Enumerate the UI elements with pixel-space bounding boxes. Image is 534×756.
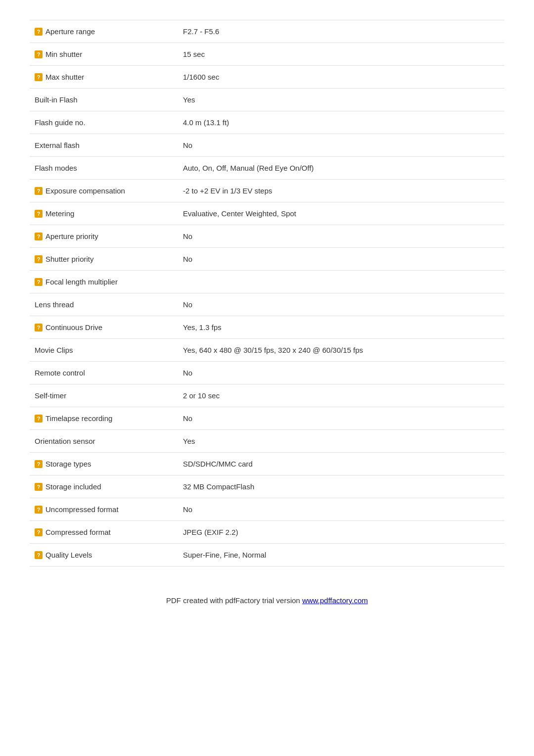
label-cell: ?Max shutter	[30, 66, 178, 89]
table-row: Built-in FlashYes	[30, 89, 504, 111]
value-cell: No	[178, 134, 504, 157]
table-row: ?Uncompressed formatNo	[30, 498, 504, 521]
label-cell: Orientation sensor	[30, 430, 178, 453]
help-icon: ?	[35, 50, 43, 58]
label-cell: Flash modes	[30, 157, 178, 180]
table-row: Orientation sensorYes	[30, 430, 504, 453]
row-label: Storage types	[45, 460, 91, 468]
table-row: External flashNo	[30, 134, 504, 157]
help-icon: ?	[35, 73, 43, 81]
specs-table: ?Aperture rangeF2.7 - F5.6?Min shutter15…	[30, 20, 504, 567]
label-cell: ?Shutter priority	[30, 248, 178, 271]
table-row: ?Quality LevelsSuper-Fine, Fine, Normal	[30, 544, 504, 567]
row-label: Focal length multiplier	[45, 278, 118, 286]
value-cell: 4.0 m (13.1 ft)	[178, 111, 504, 134]
label-cell: ?Continuous Drive	[30, 316, 178, 339]
table-row: ?Storage typesSD/SDHC/MMC card	[30, 453, 504, 475]
value-cell: Yes, 640 x 480 @ 30/15 fps, 320 x 240 @ …	[178, 339, 504, 362]
label-cell: Self-timer	[30, 384, 178, 407]
value-cell: No	[178, 498, 504, 521]
value-cell: No	[178, 362, 504, 384]
value-cell: Evaluative, Center Weighted, Spot	[178, 202, 504, 225]
row-label: Storage included	[45, 482, 101, 491]
table-row: Movie ClipsYes, 640 x 480 @ 30/15 fps, 3…	[30, 339, 504, 362]
label-cell: Flash guide no.	[30, 111, 178, 134]
value-cell: Yes	[178, 430, 504, 453]
help-icon: ?	[35, 324, 43, 331]
value-cell: -2 to +2 EV in 1/3 EV steps	[178, 180, 504, 202]
row-label: Min shutter	[45, 50, 82, 58]
help-icon: ?	[35, 233, 43, 240]
label-cell: ?Min shutter	[30, 43, 178, 66]
row-label: Compressed format	[45, 528, 111, 536]
table-row: ?Focal length multiplier	[30, 271, 504, 293]
value-cell	[178, 271, 504, 293]
label-cell: Remote control	[30, 362, 178, 384]
row-label: Exposure compensation	[45, 187, 125, 195]
row-label: Aperture priority	[45, 232, 98, 240]
row-label: Max shutter	[45, 73, 84, 81]
table-row: ?Aperture priorityNo	[30, 225, 504, 248]
table-row: ?Continuous DriveYes, 1.3 fps	[30, 316, 504, 339]
row-label: Shutter priority	[45, 255, 94, 263]
value-cell: Auto, On, Off, Manual (Red Eye On/Off)	[178, 157, 504, 180]
table-row: ?Timelapse recordingNo	[30, 407, 504, 430]
row-label: Continuous Drive	[45, 323, 102, 331]
table-row: ?MeteringEvaluative, Center Weighted, Sp…	[30, 202, 504, 225]
help-icon: ?	[35, 551, 43, 559]
table-row: ?Compressed formatJPEG (EXIF 2.2)	[30, 521, 504, 544]
help-icon: ?	[35, 28, 43, 36]
help-icon: ?	[35, 506, 43, 514]
table-row: Self-timer2 or 10 sec	[30, 384, 504, 407]
label-cell: ?Compressed format	[30, 521, 178, 544]
value-cell: 1/1600 sec	[178, 66, 504, 89]
value-cell: 15 sec	[178, 43, 504, 66]
help-icon: ?	[35, 278, 43, 286]
label-cell: Lens thread	[30, 293, 178, 316]
value-cell: No	[178, 293, 504, 316]
label-cell: ?Exposure compensation	[30, 180, 178, 202]
help-icon: ?	[35, 210, 43, 218]
label-cell: ?Metering	[30, 202, 178, 225]
value-cell: 2 or 10 sec	[178, 384, 504, 407]
value-cell: Yes	[178, 89, 504, 111]
table-row: ?Shutter priorityNo	[30, 248, 504, 271]
help-icon: ?	[35, 415, 43, 423]
table-row: ?Min shutter15 sec	[30, 43, 504, 66]
table-row: ?Aperture rangeF2.7 - F5.6	[30, 20, 504, 43]
label-cell: ?Storage included	[30, 475, 178, 498]
table-row: ?Storage included32 MB CompactFlash	[30, 475, 504, 498]
label-cell: ?Uncompressed format	[30, 498, 178, 521]
label-cell: ?Aperture priority	[30, 225, 178, 248]
value-cell: No	[178, 248, 504, 271]
help-icon: ?	[35, 483, 43, 491]
table-row: Lens threadNo	[30, 293, 504, 316]
table-row: ?Max shutter1/1600 sec	[30, 66, 504, 89]
label-cell: External flash	[30, 134, 178, 157]
table-row: Remote controlNo	[30, 362, 504, 384]
label-cell: ?Focal length multiplier	[30, 271, 178, 293]
table-row: Flash modesAuto, On, Off, Manual (Red Ey…	[30, 157, 504, 180]
value-cell: 32 MB CompactFlash	[178, 475, 504, 498]
footer-text: PDF created with pdfFactory trial versio…	[166, 596, 302, 605]
label-cell: ?Aperture range	[30, 20, 178, 43]
help-icon: ?	[35, 460, 43, 468]
label-cell: Movie Clips	[30, 339, 178, 362]
table-row: ?Exposure compensation-2 to +2 EV in 1/3…	[30, 180, 504, 202]
row-label: Quality Levels	[45, 551, 92, 559]
label-cell: ?Quality Levels	[30, 544, 178, 567]
value-cell: No	[178, 407, 504, 430]
row-label: Timelapse recording	[45, 414, 112, 423]
help-icon: ?	[35, 528, 43, 536]
row-label: Aperture range	[45, 27, 95, 36]
row-label: Uncompressed format	[45, 505, 119, 514]
table-row: Flash guide no.4.0 m (13.1 ft)	[30, 111, 504, 134]
footer: PDF created with pdfFactory trial versio…	[30, 596, 504, 605]
value-cell: Yes, 1.3 fps	[178, 316, 504, 339]
help-icon: ?	[35, 187, 43, 195]
footer-link[interactable]: www.pdffactory.com	[302, 596, 368, 605]
value-cell: SD/SDHC/MMC card	[178, 453, 504, 475]
value-cell: No	[178, 225, 504, 248]
row-label: Metering	[45, 209, 74, 218]
value-cell: F2.7 - F5.6	[178, 20, 504, 43]
